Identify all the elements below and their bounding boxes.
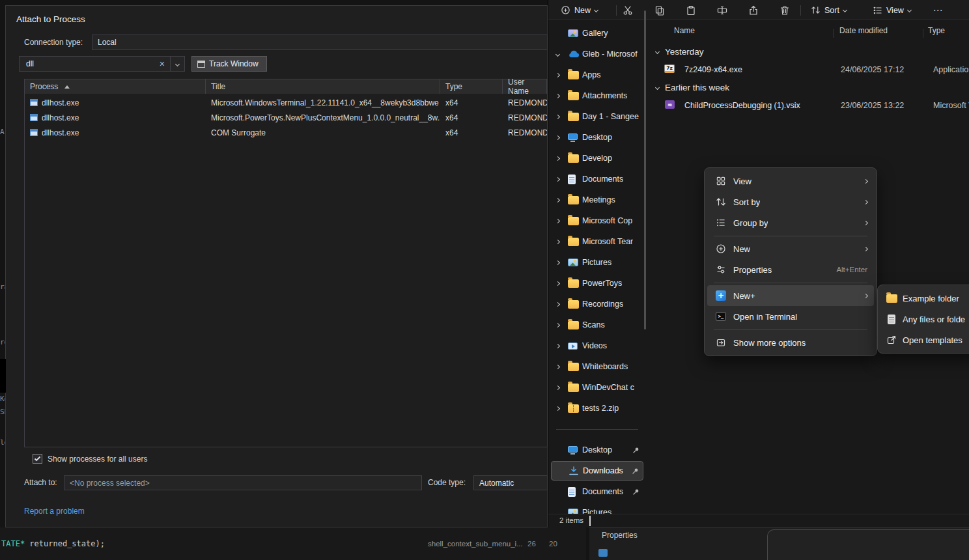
nav-item-onedrive[interactable]: Gleb - Microsof [551, 44, 643, 64]
column-divider[interactable] [923, 29, 923, 38]
chevron-right-icon[interactable] [556, 365, 568, 369]
group-list-icon [715, 217, 727, 228]
copy-button[interactable] [651, 2, 669, 18]
nav-label: Attachments [582, 91, 627, 100]
nav-item-whiteboards[interactable]: Whiteboards [551, 357, 643, 376]
nav-item-pictures-pinned[interactable]: Pictures [551, 503, 643, 514]
group-header-earlier-this-week[interactable]: Earlier this week [656, 79, 729, 96]
nav-item-recordings[interactable]: Recordings [551, 294, 643, 314]
chevron-right-icon[interactable] [556, 324, 568, 327]
chevron-right-icon[interactable] [556, 282, 568, 285]
chevron-right-icon[interactable] [556, 240, 568, 244]
menu-item-open-in-terminal[interactable]: >_ Open in Terminal [707, 306, 874, 327]
nav-item-powertoys[interactable]: PowerToys [551, 273, 643, 293]
vsix-file-icon: ∞ [665, 100, 675, 109]
chevron-right-icon[interactable] [556, 303, 568, 306]
nav-separator [556, 429, 638, 430]
paste-button[interactable] [682, 2, 700, 18]
chevron-right-icon[interactable] [556, 344, 568, 348]
column-header-user[interactable]: User Name [503, 79, 547, 94]
nav-item-develop[interactable]: Develop [551, 148, 643, 168]
menu-item-view[interactable]: View [707, 171, 874, 191]
chevron-right-icon[interactable] [556, 178, 568, 181]
nav-item-microsoft-teams[interactable]: Microsoft Tear [551, 232, 643, 251]
column-divider[interactable] [833, 29, 834, 38]
column-header-type[interactable]: Type [928, 26, 945, 40]
code-type-value: Automatic [479, 479, 514, 488]
chevron-right-icon[interactable] [556, 199, 568, 202]
process-window-icon [30, 129, 38, 136]
nav-item-videos[interactable]: Videos [551, 336, 643, 356]
chevron-down-icon [655, 85, 660, 89]
clear-filter-button[interactable]: × [160, 58, 165, 70]
nav-item-documents-pinned[interactable]: Documents [551, 482, 643, 501]
menu-item-show-more-options[interactable]: Show more options [707, 332, 874, 353]
connection-type-select[interactable]: Local [92, 35, 548, 50]
sort-button[interactable]: Sort [805, 2, 852, 18]
column-header-process[interactable]: Process [25, 79, 206, 94]
nav-item-attachments[interactable]: Attachments [551, 86, 643, 105]
cut-button[interactable] [619, 2, 637, 18]
chevron-right-icon[interactable] [556, 261, 568, 264]
rename-icon [717, 5, 727, 16]
submenu-item-example-folder[interactable]: Example folder [880, 288, 969, 309]
group-header-yesterday[interactable]: Yesterday [656, 43, 704, 60]
nav-item-scans[interactable]: Scans [551, 315, 643, 335]
process-filter-input[interactable]: dll × [19, 56, 185, 72]
nav-item-desktop-pinned[interactable]: Desktop [551, 440, 643, 460]
nav-item-downloads-pinned[interactable]: Downloads [551, 461, 643, 481]
menu-item-new[interactable]: New [707, 238, 874, 259]
chevron-right-icon[interactable] [556, 136, 568, 139]
chevron-right-icon[interactable] [556, 115, 568, 119]
nav-item-meetings[interactable]: Meetings [551, 190, 643, 210]
editor-code-line-bottom: TATE* returned_state); [1, 539, 105, 548]
nav-item-microsoft-copilot[interactable]: Microsoft Cop [551, 211, 643, 231]
share-icon [748, 5, 759, 16]
nav-label: PowerToys [582, 279, 622, 288]
file-row-7z[interactable]: 7z 7z2409-x64.exe 24/06/2025 17:12 Appli… [651, 61, 969, 78]
menu-item-sort-by[interactable]: Sort by [707, 191, 874, 212]
nav-item-pictures[interactable]: Pictures [551, 253, 643, 272]
code-type-select[interactable]: Automatic [473, 475, 548, 490]
file-row-vsix[interactable]: ∞ ChildProcessDebugging (1).vsix 23/06/2… [651, 97, 969, 114]
rename-button[interactable] [713, 2, 731, 18]
track-window-button[interactable]: Track Window [191, 56, 267, 72]
file-name: ChildProcessDebugging (1).vsix [684, 101, 800, 110]
nav-item-gallery[interactable]: Gallery [551, 23, 643, 43]
view-button[interactable]: View [867, 2, 917, 18]
submenu-item-open-templates[interactable]: Open templates [880, 329, 969, 350]
nav-item-windevchat[interactable]: WinDevChat c [551, 378, 643, 397]
process-row-3[interactable]: dllhost.exe COM Surrogate x64 REDMOND [25, 125, 547, 140]
more-options-button[interactable]: ⋯ [929, 2, 947, 18]
menu-item-properties[interactable]: Properties Alt+Enter [707, 259, 874, 280]
chevron-right-icon[interactable] [556, 94, 568, 98]
report-problem-link[interactable]: Report a problem [24, 507, 85, 516]
filter-dropdown-button[interactable] [170, 57, 184, 71]
chevron-right-icon[interactable] [556, 407, 568, 410]
nav-item-day1[interactable]: Day 1 - Sangee [551, 107, 643, 126]
chevron-right-icon[interactable] [556, 157, 568, 160]
column-header-name[interactable]: Name [674, 26, 695, 40]
delete-button[interactable] [776, 2, 794, 18]
nav-item-apps[interactable]: Apps [551, 65, 643, 85]
chevron-right-icon[interactable] [556, 219, 568, 223]
column-header-type[interactable]: Type [440, 79, 503, 94]
nav-item-documents[interactable]: Documents [551, 169, 643, 189]
menu-item-group-by[interactable]: Group by [707, 212, 874, 233]
attach-to-field[interactable]: <No process selected> [64, 475, 422, 490]
column-header-title[interactable]: Title [206, 79, 440, 94]
process-row-1[interactable]: dllhost.exe Microsoft.WindowsTerminal_1.… [25, 95, 547, 110]
process-row-2[interactable]: dllhost.exe Microsoft.PowerToys.NewPlusC… [25, 110, 547, 125]
chevron-down-icon[interactable] [556, 53, 568, 56]
nav-item-desktop[interactable]: Desktop [551, 128, 643, 147]
show-all-users-checkbox[interactable]: Show processes for all users [33, 454, 147, 464]
chevron-right-icon[interactable] [556, 386, 568, 389]
share-button[interactable] [744, 2, 763, 18]
code-type-label: Code type: [428, 478, 466, 487]
menu-item-new-plus[interactable]: + New+ [707, 285, 874, 306]
submenu-item-any-files[interactable]: Any files or folde [880, 309, 969, 329]
column-header-date-modified[interactable]: Date modified [839, 26, 888, 40]
new-button[interactable]: New [555, 2, 604, 18]
chevron-right-icon[interactable] [556, 74, 568, 77]
nav-item-tests-zip[interactable]: tests 2.zip [551, 399, 643, 418]
